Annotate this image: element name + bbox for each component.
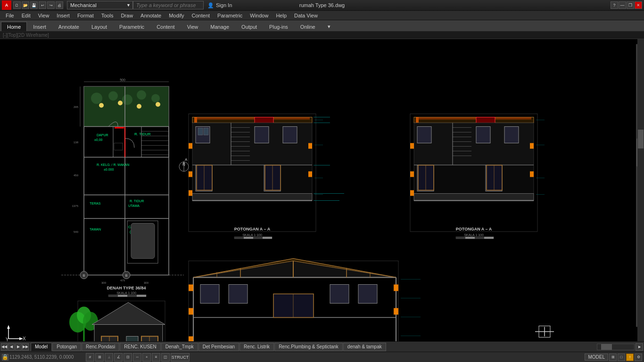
keyword-search-input[interactable]	[133, 1, 204, 9]
sheet-tab-potongan[interactable]: Potongan	[52, 343, 81, 351]
menu-edit[interactable]: Edit	[18, 12, 34, 19]
sheet-tab-rencpondasi[interactable]: Renc.Pondasi	[82, 343, 119, 351]
redo-button[interactable]: ↪	[47, 1, 55, 9]
menu-file[interactable]: File	[2, 12, 18, 19]
dynin-button[interactable]: +	[142, 353, 151, 362]
close-button[interactable]: ✕	[635, 1, 642, 9]
tab-plugins[interactable]: Plug-ins	[263, 22, 294, 31]
menu-modify[interactable]: Modify	[165, 12, 188, 19]
tab-prev-button[interactable]: ◀	[8, 343, 15, 351]
notify-button[interactable]: !	[626, 354, 634, 361]
layout-button[interactable]: ⊞	[609, 354, 617, 361]
otrack-button[interactable]: ↔	[133, 353, 141, 362]
svg-text:A: A	[185, 157, 188, 162]
sheet-tab-plumbing[interactable]: Renc.Plumbing & Septictank	[274, 343, 343, 351]
sheet-tab-denahtmpk[interactable]: Denah_Tmpk	[161, 343, 198, 351]
tab-annotate[interactable]: Annotate	[52, 22, 85, 31]
menu-view[interactable]: View	[34, 12, 53, 19]
app-icon[interactable]: A	[2, 0, 11, 10]
svg-marker-75	[92, 303, 165, 325]
view-label: [-][Top][2D Wireframe]	[0, 32, 644, 39]
settings-button[interactable]: ⚙	[635, 354, 642, 361]
osnap-button[interactable]: ⊡	[124, 353, 132, 362]
tab-insert[interactable]: Insert	[27, 22, 52, 31]
single-view-button[interactable]: □	[618, 354, 625, 361]
svg-point-4	[122, 95, 132, 105]
workspace-dropdown[interactable]: Mechanical ▼	[67, 1, 133, 9]
tab-manage[interactable]: Manage	[204, 22, 235, 31]
svg-rect-169	[410, 190, 414, 196]
horizontal-scrollbar[interactable]	[597, 344, 635, 350]
svg-rect-175	[456, 237, 465, 239]
menu-parametric[interactable]: Parametric	[214, 12, 246, 19]
svg-rect-88	[196, 117, 310, 120]
tab-home[interactable]: Home	[1, 22, 27, 31]
svg-text:300: 300	[101, 281, 107, 284]
svg-rect-150	[417, 127, 431, 143]
sheet-tab-detpembesian[interactable]: Det Pembesian	[198, 343, 239, 351]
tab-parametric[interactable]: Parametric	[113, 22, 150, 31]
tab-more[interactable]: ▾	[322, 22, 337, 31]
status-lock-icon[interactable]: 🔒	[2, 354, 8, 361]
ortho-button[interactable]: ⟂	[105, 353, 113, 362]
tab-next-button[interactable]: ▶	[15, 343, 22, 351]
svg-text:POTONGAN A – A: POTONGAN A – A	[456, 227, 492, 231]
menu-insert[interactable]: Insert	[53, 12, 74, 19]
polar-button[interactable]: ∠	[114, 353, 123, 362]
svg-text:±0.000: ±0.000	[104, 168, 114, 171]
svg-text:POTONGAN A – A: POTONGAN A – A	[234, 227, 271, 231]
scroll-right-button[interactable]: ▶	[636, 343, 643, 351]
menu-dataview[interactable]: Data View	[290, 12, 322, 19]
tab-output[interactable]: Output	[235, 22, 263, 31]
menu-bar: File Edit View Insert Format Tools Draw …	[0, 11, 644, 20]
tab-online[interactable]: Online	[294, 22, 322, 31]
tab-content[interactable]: Content	[150, 22, 181, 31]
sheet-tab-renckusen[interactable]: RENC. KUSEN	[120, 343, 160, 351]
sheet-tab-denahtampak[interactable]: denah & tampak	[343, 343, 386, 351]
status-tools: # ⊞ ⟂ ∠ ⊡ ↔ + ≡ ◫ STRUCT	[86, 353, 584, 362]
tab-last-button[interactable]: ▶▶	[22, 343, 29, 351]
snap-points-button[interactable]: ⊞	[95, 353, 104, 362]
svg-text:———: ———	[536, 176, 545, 179]
quick-access-toolbar: 🗋 📂 💾 ↩ ↪ 🖨	[13, 1, 63, 9]
print-button[interactable]: 🖨	[56, 1, 63, 9]
sheet-tab-model[interactable]: Model	[31, 343, 52, 351]
minimize-button[interactable]: —	[619, 1, 626, 9]
transparency-button[interactable]: ◫	[161, 353, 170, 362]
svg-point-5	[137, 90, 146, 100]
svg-text:———————: ———————	[401, 334, 421, 337]
tab-first-button[interactable]: ◀◀	[1, 343, 8, 351]
svg-rect-176	[465, 237, 475, 239]
tab-layout[interactable]: Layout	[85, 22, 113, 31]
new-button[interactable]: 🗋	[13, 1, 21, 9]
help-button[interactable]: ?	[611, 1, 618, 9]
svg-text:295: 295	[74, 106, 79, 108]
svg-rect-104	[283, 127, 297, 143]
svg-text:B: B	[83, 274, 85, 277]
sheet-tab-renclistrik[interactable]: Renc. Listrik	[239, 343, 274, 351]
struct-button[interactable]: STRUCT	[171, 353, 190, 362]
menu-annotate[interactable]: Annotate	[137, 12, 165, 19]
lineweight-button[interactable]: ≡	[152, 353, 160, 362]
undo-button[interactable]: ↩	[39, 1, 46, 9]
drawing-canvas[interactable]: DAPUR ±0,00 R. TIDUR R. KELG. / R. MAKAN…	[0, 39, 644, 341]
save-button[interactable]: 💾	[30, 1, 38, 9]
canvas-area[interactable]: DAPUR ±0,00 R. TIDUR R. KELG. / R. MAKAN…	[0, 39, 644, 341]
menu-draw[interactable]: Draw	[117, 12, 137, 19]
svg-text:138: 138	[74, 141, 79, 144]
svg-point-6	[151, 94, 160, 103]
snap-grid-button[interactable]: #	[86, 353, 94, 362]
menu-format[interactable]: Format	[74, 12, 98, 19]
menu-content[interactable]: Content	[188, 12, 214, 19]
open-button[interactable]: 📂	[22, 1, 29, 9]
svg-rect-55	[108, 295, 118, 297]
sign-in-button[interactable]: 👤 Sign In	[207, 2, 232, 8]
menu-help[interactable]: Help	[272, 12, 290, 19]
menu-window[interactable]: Window	[246, 12, 272, 19]
svg-rect-111	[265, 165, 281, 190]
maximize-button[interactable]: ❐	[627, 1, 634, 9]
menu-tools[interactable]: Tools	[98, 12, 117, 19]
svg-rect-168	[410, 172, 414, 177]
tab-view[interactable]: View	[181, 22, 205, 31]
vertical-scrollbar[interactable]	[637, 39, 644, 341]
